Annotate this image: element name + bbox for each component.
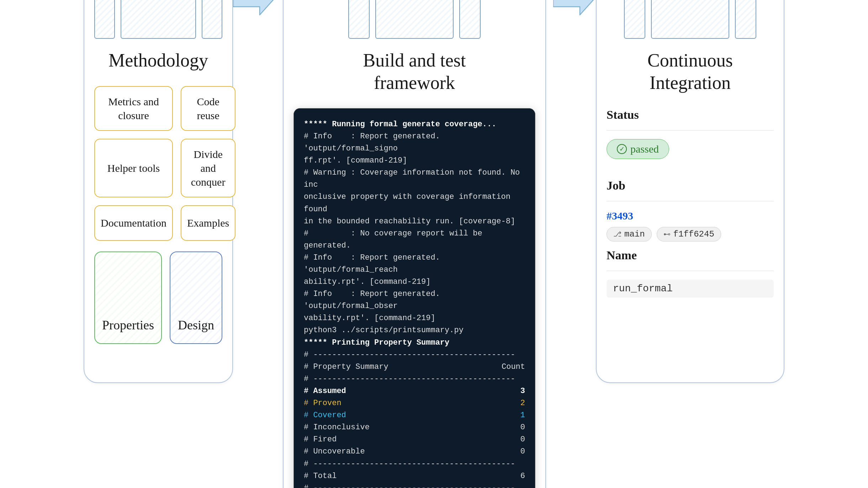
status-divider — [607, 130, 774, 131]
term-total: # Total6 — [304, 470, 525, 482]
properties-label: Properties — [102, 318, 154, 333]
term-line-7: # Info : Report generated. 'output/forma… — [304, 252, 525, 276]
build-panel: Build and testframework ***** Running fo… — [283, 0, 546, 488]
term-line-3: # Warning : Coverage information not fou… — [304, 167, 525, 191]
arrow-2-icon — [553, 0, 596, 17]
design-box: Design — [170, 251, 222, 344]
commit-badge: ⊷ f1ff6245 — [657, 227, 721, 242]
ci-name-section: Name run_formal — [607, 249, 774, 298]
term-header: # Property SummaryCount — [304, 361, 525, 373]
term-line-22: # --------------------------------------… — [304, 458, 525, 470]
terminal-content: ***** Running formal generate coverage..… — [294, 108, 535, 488]
term-inconclusive: # Inconclusive0 — [304, 421, 525, 434]
meth-box-5: Examples — [181, 205, 235, 241]
term-line-6: # : No coverage report will be generated… — [304, 228, 525, 252]
job-label: Job — [607, 179, 774, 192]
deco-rect-build-main — [375, 0, 454, 39]
name-divider — [607, 271, 774, 271]
term-line-1: # Info : Report generated. 'output/forma… — [304, 131, 525, 155]
methodology-panel: Methodology Metrics and closure Code reu… — [84, 0, 233, 383]
deco-rect-build-left — [348, 0, 370, 39]
meth-box-4: Documentation — [94, 205, 173, 241]
ci-status-section: Status ✓ passed — [607, 108, 774, 172]
arrow-1-icon — [233, 0, 276, 17]
term-line-12: ***** Printing Property Summary — [304, 337, 525, 349]
properties-box: Properties — [94, 251, 162, 344]
design-label: Design — [178, 318, 214, 333]
term-line-8: ability.rpt'. [command-219] — [304, 276, 525, 288]
deco-rect-ci-right — [735, 0, 756, 39]
ci-panel: ContinuousIntegration Status ✓ passed Jo… — [596, 0, 784, 383]
term-proven: # Proven2 — [304, 397, 525, 409]
deco-rect-ci-left — [624, 0, 645, 39]
deco-rect-left — [94, 0, 115, 39]
branch-icon: ⎇ — [613, 230, 621, 239]
arrow-2-container — [553, 0, 596, 17]
name-value: run_formal — [607, 280, 774, 298]
term-assumed: # Assumed3 — [304, 385, 525, 397]
term-line-13: # --------------------------------------… — [304, 349, 525, 361]
build-title: Build and testframework — [293, 49, 535, 94]
ci-job-section: Job #3493 ⎇ main ⊷ f1ff6245 — [607, 179, 774, 242]
terminal-wrapper: ***** Running formal generate coverage..… — [293, 108, 535, 488]
deco-rect-build-right — [459, 0, 481, 39]
branch-name: main — [624, 229, 645, 239]
term-fired: # Fired0 — [304, 434, 525, 446]
term-line-10: vability.rpt'. [command-219] — [304, 312, 525, 324]
top-decoration-ci — [607, 0, 774, 39]
meth-box-0: Metrics and closure — [94, 86, 173, 131]
methodology-title: Methodology — [94, 49, 222, 71]
term-line-9: # Info : Report generated. 'output/forma… — [304, 288, 525, 312]
term-line-24: # --------------------------------------… — [304, 482, 525, 488]
term-covered: # Covered1 — [304, 409, 525, 421]
term-line-11: python3 ../scripts/printsummary.py — [304, 324, 525, 336]
deco-rect-right — [202, 0, 222, 39]
status-badge: ✓ passed — [607, 139, 669, 159]
term-line-15: # --------------------------------------… — [304, 373, 525, 385]
branch-badge: ⎇ main — [607, 227, 652, 242]
svg-marker-0 — [233, 0, 276, 15]
job-divider — [607, 201, 774, 201]
meth-box-2: Helper tools — [94, 139, 173, 197]
deco-rect-ci-main — [651, 0, 729, 39]
name-label: Name — [607, 249, 774, 262]
deco-rect-main — [121, 0, 196, 39]
methodology-boxes-grid: Metrics and closure Code reuse Helper to… — [94, 86, 222, 241]
top-decoration-build — [293, 0, 535, 39]
status-label: Status — [607, 108, 774, 122]
ci-title: ContinuousIntegration — [607, 49, 774, 94]
term-line-4: onclusive property with coverage informa… — [304, 191, 525, 215]
status-text: passed — [630, 143, 659, 155]
term-line-2: ff.rpt'. [command-219] — [304, 155, 525, 167]
main-layout: Methodology Metrics and closure Code reu… — [11, 0, 857, 488]
meth-box-3: Divide and conquer — [181, 139, 235, 197]
svg-marker-1 — [553, 0, 596, 15]
term-uncoverable: # Uncoverable0 — [304, 446, 525, 458]
term-line-0: ***** Running formal generate coverage..… — [304, 118, 525, 131]
job-number[interactable]: #3493 — [607, 210, 774, 222]
arrow-1-container — [233, 0, 276, 17]
bottom-boxes: Properties Design — [94, 251, 222, 344]
meth-box-1: Code reuse — [181, 86, 235, 131]
commit-hash: f1ff6245 — [673, 229, 714, 239]
commit-icon: ⊷ — [663, 230, 671, 239]
top-decoration-methodology — [94, 0, 222, 39]
term-line-5: in the bounded reachability run. [covera… — [304, 216, 525, 228]
check-icon: ✓ — [617, 144, 627, 154]
job-meta: ⎇ main ⊷ f1ff6245 — [607, 227, 774, 242]
